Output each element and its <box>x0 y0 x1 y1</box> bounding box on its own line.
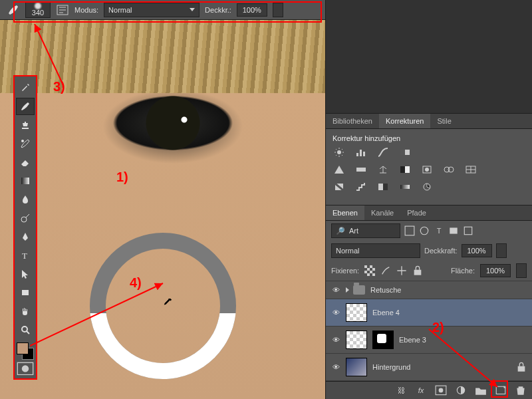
tab-adjustments[interactable]: Korrekturen <box>379 114 430 128</box>
tool-brush[interactable] <box>16 98 35 115</box>
adj-colorlookup-icon[interactable] <box>464 164 477 176</box>
disclosure-triangle-icon[interactable] <box>346 287 349 293</box>
visibility-toggle-icon[interactable]: 👁 <box>331 286 340 294</box>
tab-layers[interactable]: Ebenen <box>326 205 364 220</box>
filter-shape-icon[interactable] <box>448 225 459 236</box>
tool-healing-brush[interactable] <box>16 79 35 96</box>
adj-selectivecolor-icon[interactable] <box>420 181 434 193</box>
mode-label: Modus: <box>74 6 98 14</box>
layer-name[interactable]: Ebene 4 <box>372 309 400 317</box>
tool-eraser[interactable] <box>16 154 35 171</box>
quick-mask-toggle[interactable] <box>17 361 34 376</box>
adj-posterize-icon[interactable] <box>354 181 368 193</box>
tool-gradient[interactable] <box>16 172 35 190</box>
svg-point-7 <box>22 327 27 332</box>
svg-line-8 <box>27 331 29 334</box>
fill-dropdown[interactable] <box>516 263 527 278</box>
blend-mode-value: Normal <box>108 6 132 14</box>
layer-thumbnail[interactable] <box>346 331 367 349</box>
svg-rect-6 <box>22 290 29 295</box>
tab-paths[interactable]: Pfade <box>400 205 433 220</box>
layer-row-group[interactable]: 👁 Retusche <box>326 281 532 299</box>
tool-clone-stamp[interactable] <box>16 116 35 134</box>
adj-bw-icon[interactable] <box>398 164 412 176</box>
layer-mask-thumbnail[interactable] <box>372 331 394 349</box>
options-bar: 340 Modus: Normal Deckkr.: 100% <box>0 0 326 20</box>
layer-opacity-dropdown[interactable] <box>496 243 507 258</box>
fill-input[interactable]: 100% <box>480 264 511 277</box>
layer-blend-mode[interactable]: Normal <box>331 243 420 258</box>
adj-exposure-icon[interactable] <box>398 146 412 158</box>
adj-hue-icon[interactable] <box>354 164 368 176</box>
adj-curves-icon[interactable] <box>376 146 390 158</box>
adj-vibrance-icon[interactable] <box>332 164 346 176</box>
tab-channels[interactable]: Kanäle <box>364 205 400 220</box>
layer-thumbnail[interactable] <box>346 358 367 376</box>
tool-pen[interactable] <box>16 228 35 245</box>
layer-fx-icon[interactable]: fx <box>415 384 427 396</box>
layer-row-active[interactable]: 👁 Ebene 4 <box>326 299 532 327</box>
adj-levels-icon[interactable] <box>354 146 368 158</box>
visibility-toggle-icon[interactable]: 👁 <box>331 363 340 371</box>
brush-panel-toggle-icon[interactable] <box>56 3 69 17</box>
lock-all-icon[interactable] <box>412 265 423 276</box>
brush-tip-preview-icon <box>35 3 41 9</box>
new-group-icon[interactable] <box>475 384 487 396</box>
photo-hair <box>0 20 326 93</box>
adj-invert-icon[interactable] <box>332 181 346 193</box>
color-swatches[interactable] <box>17 342 34 360</box>
tool-hand[interactable] <box>16 303 35 320</box>
visibility-toggle-icon[interactable]: 👁 <box>331 336 340 344</box>
tool-dodge[interactable] <box>16 209 35 227</box>
adj-gradientmap-icon[interactable] <box>398 181 412 193</box>
layers-panel: 🔎 Art T Normal Deckkraft: 100% <box>326 221 532 399</box>
tool-preset-icon[interactable] <box>7 3 20 17</box>
lock-position-icon[interactable] <box>396 265 407 276</box>
tool-blur[interactable] <box>16 191 35 208</box>
layer-row[interactable]: 👁 Ebene 3 <box>326 327 532 354</box>
tool-zoom[interactable] <box>16 321 35 338</box>
svg-text:T: T <box>22 251 27 261</box>
delete-layer-icon[interactable] <box>515 384 527 396</box>
lock-pixels-icon[interactable] <box>380 265 391 276</box>
visibility-toggle-icon[interactable]: 👁 <box>331 309 340 317</box>
filter-smart-icon[interactable] <box>463 225 473 236</box>
layer-opacity-input[interactable]: 100% <box>462 244 492 257</box>
foreground-color-swatch[interactable] <box>17 342 29 354</box>
svg-rect-37 <box>450 227 457 233</box>
layer-row[interactable]: 👁 Hintergrund <box>326 354 532 381</box>
adj-colorbalance-icon[interactable] <box>376 164 390 176</box>
new-layer-icon[interactable] <box>495 384 507 396</box>
tool-history-brush[interactable] <box>16 135 35 152</box>
layer-name[interactable]: Hintergrund <box>372 363 410 371</box>
filter-pixel-icon[interactable] <box>404 225 415 236</box>
adj-photofilter-icon[interactable] <box>420 164 434 176</box>
layers-tab-bar: Ebenen Kanäle Pfade <box>326 205 532 221</box>
opacity-dropdown-button[interactable] <box>273 3 283 17</box>
add-mask-icon[interactable] <box>435 384 447 396</box>
tab-styles[interactable]: Stile <box>430 114 458 128</box>
layer-filter-kind[interactable]: 🔎 Art <box>331 223 400 238</box>
filter-type-icon[interactable]: T <box>434 225 444 236</box>
document-canvas[interactable] <box>0 20 326 399</box>
tool-type[interactable]: T <box>16 247 35 264</box>
layer-thumbnail[interactable] <box>346 303 367 322</box>
layer-name[interactable]: Ebene 3 <box>399 336 426 344</box>
lock-transparent-icon[interactable] <box>364 265 375 276</box>
layer-opacity-label: Deckkraft: <box>424 247 458 255</box>
brush-preset-picker[interactable]: 340 <box>25 2 51 18</box>
new-adjustment-layer-icon[interactable] <box>455 384 467 396</box>
link-layers-icon[interactable]: ⛓ <box>395 384 407 396</box>
tab-libraries[interactable]: Bibliotheken <box>326 114 379 128</box>
blend-mode-select[interactable]: Normal <box>104 3 200 17</box>
tool-rectangle[interactable] <box>16 284 35 301</box>
adj-brightness-icon[interactable] <box>332 146 346 158</box>
adj-threshold-icon[interactable] <box>376 181 390 193</box>
layer-name[interactable]: Retusche <box>370 286 401 294</box>
opacity-input[interactable]: 100% <box>237 3 267 17</box>
filter-adjust-icon[interactable] <box>419 225 430 236</box>
layer-blend-mode-value: Normal <box>336 247 359 255</box>
adj-channelmixer-icon[interactable] <box>442 164 456 176</box>
svg-point-36 <box>420 227 428 234</box>
tool-path-selection[interactable] <box>16 265 35 283</box>
